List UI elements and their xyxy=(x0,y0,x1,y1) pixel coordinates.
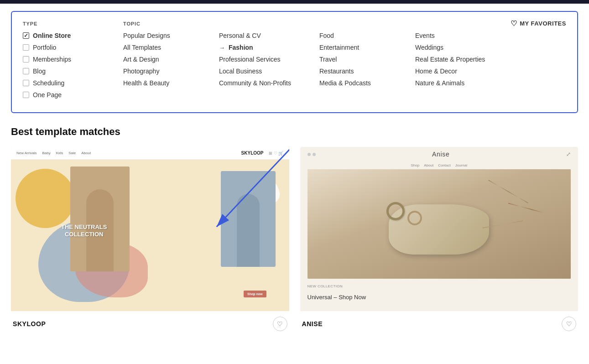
skyloop-cta-button[interactable]: Shop now xyxy=(244,291,266,297)
type-label-portfolio: Portfolio xyxy=(33,44,56,51)
skyloop-navbar: New Arrivals Baby Kids Sale About SKYLOO… xyxy=(11,147,289,160)
topic-label-weddings: Weddings xyxy=(415,44,443,51)
type-item-portfolio[interactable]: Portfolio xyxy=(23,44,116,51)
anise-ring-1 xyxy=(386,202,405,220)
skyloop-nav-sale: Sale xyxy=(68,151,76,155)
topic-local-business[interactable]: Local Business xyxy=(219,68,312,75)
anise-link-shop: Shop xyxy=(411,163,420,167)
checkbox-portfolio[interactable] xyxy=(23,44,29,51)
topic-label-food: Food xyxy=(319,32,334,39)
topic-weddings[interactable]: Weddings xyxy=(415,44,508,51)
skyloop-nav-baby: Baby xyxy=(42,151,50,155)
topic-column-4: TOPIC Events Weddings Real Estate & Prop… xyxy=(415,21,516,103)
topic-label-local-business: Local Business xyxy=(219,68,262,75)
skyloop-name: SKYLOOP xyxy=(13,320,46,328)
shape-yellow-circle xyxy=(16,169,75,228)
topic-media-podcasts[interactable]: Media & Podcasts xyxy=(319,79,408,87)
checkbox-memberships[interactable] xyxy=(23,56,29,62)
topic-label-fashion: Fashion xyxy=(229,44,253,51)
template-card-anise[interactable]: Anise ⤢ Shop About Contact Journal xyxy=(300,147,579,333)
anise-link-journal: Journal xyxy=(455,163,467,167)
topic-entertainment[interactable]: Entertainment xyxy=(319,44,408,51)
anise-mockup: Anise ⤢ Shop About Contact Journal xyxy=(300,147,579,311)
topic-events[interactable]: Events xyxy=(415,32,508,39)
topic-art-design[interactable]: Art & Design xyxy=(123,56,212,63)
topic-restaurants[interactable]: Restaurants xyxy=(319,68,408,75)
topic-label-home-decor: Home & Decor xyxy=(415,68,457,75)
heart-icon: ♡ xyxy=(511,19,517,28)
topic-label-photography: Photography xyxy=(123,68,159,75)
topic-photography[interactable]: Photography xyxy=(123,68,212,75)
type-item-one-page[interactable]: One Page xyxy=(23,91,116,99)
templates-grid: New Arrivals Baby Kids Sale About SKYLOO… xyxy=(11,147,578,333)
skyloop-body: THE NEUTRALSCOLLECTION Shop now xyxy=(11,160,289,311)
topic-community[interactable]: Community & Non-Profits xyxy=(219,79,312,87)
checkbox-one-page[interactable] xyxy=(23,92,29,98)
topic-label-art-design: Art & Design xyxy=(123,56,159,63)
anise-navbar: Anise ⤢ xyxy=(300,147,579,161)
topic-professional-services[interactable]: Professional Services xyxy=(219,56,312,63)
anise-caption: NEW COLLECTION xyxy=(300,279,579,294)
topic-label-personal-cv: Personal & CV xyxy=(219,32,261,39)
filter-grid: TYPE ✓ Online Store Portfolio Membership… xyxy=(23,21,566,103)
checkbox-blog[interactable] xyxy=(23,68,29,74)
skyloop-side-figure xyxy=(221,171,276,267)
topic-label-travel: Travel xyxy=(319,56,337,63)
topic-real-estate[interactable]: Real Estate & Properties xyxy=(415,56,508,63)
topic-personal-cv[interactable]: Personal & CV xyxy=(219,32,312,39)
anise-footer: ANISE ♡ xyxy=(300,311,579,333)
skyloop-hero-figure xyxy=(70,166,130,271)
my-favorites-button[interactable]: ♡ MY FAVORITES xyxy=(511,19,566,28)
topic-label-health-beauty: Health & Beauty xyxy=(123,79,169,87)
type-label-blog: Blog xyxy=(33,68,46,75)
top-bar xyxy=(0,0,589,4)
checkmark-icon: ✓ xyxy=(24,33,28,38)
my-favorites-label: MY FAVORITES xyxy=(520,20,566,27)
topic-header: TOPIC xyxy=(123,21,212,26)
topic-home-decor[interactable]: Home & Decor xyxy=(415,68,508,75)
anise-favorite-button[interactable]: ♡ xyxy=(562,317,576,331)
skyloop-nav-kids: Kids xyxy=(56,151,63,155)
topic-label-all-templates: All Templates xyxy=(123,44,161,51)
anise-hero-image xyxy=(308,169,571,279)
filter-panel: ♡ MY FAVORITES TYPE ✓ Online Store Portf… xyxy=(11,11,578,113)
type-header: TYPE xyxy=(23,21,116,26)
type-item-memberships[interactable]: Memberships xyxy=(23,56,116,63)
topic-nature-animals[interactable]: Nature & Animals xyxy=(415,79,508,87)
skyloop-nav-about: About xyxy=(81,151,91,155)
type-item-blog[interactable]: Blog xyxy=(23,68,116,75)
topic-health-beauty[interactable]: Health & Beauty xyxy=(123,79,212,87)
main-content: ♡ MY FAVORITES TYPE ✓ Online Store Portf… xyxy=(0,4,589,340)
skyloop-favorite-button[interactable]: ♡ xyxy=(273,317,287,331)
topic-food[interactable]: Food xyxy=(319,32,408,39)
topic-label-popular-designs: Popular Designs xyxy=(123,32,170,39)
type-item-online-store[interactable]: ✓ Online Store xyxy=(23,32,116,39)
anise-cta-text: Universal – Shop Now xyxy=(300,294,579,301)
skyloop-nav-icons: ⊞ ♡ 🛒 xyxy=(269,151,283,156)
checkbox-online-store[interactable]: ✓ xyxy=(23,32,29,39)
topic-label-media-podcasts: Media & Podcasts xyxy=(319,79,371,87)
topic-popular-designs[interactable]: Popular Designs xyxy=(123,32,212,39)
topic-column-3: TOPIC Food Entertainment Travel Restaura… xyxy=(319,21,415,103)
topic-fashion[interactable]: → Fashion xyxy=(219,44,312,51)
anise-expand-icon: ⤢ xyxy=(566,151,571,157)
topic-label-entertainment: Entertainment xyxy=(319,44,359,51)
anise-dot-2 xyxy=(313,153,316,156)
anise-name: ANISE xyxy=(302,320,323,328)
topic-column-1: TOPIC Popular Designs All Templates Art … xyxy=(123,21,219,103)
type-column: TYPE ✓ Online Store Portfolio Membership… xyxy=(23,21,123,103)
arrow-right-icon: → xyxy=(219,44,225,51)
topic-all-templates[interactable]: All Templates xyxy=(123,44,212,51)
anise-ring-2 xyxy=(407,211,422,225)
type-item-scheduling[interactable]: Scheduling xyxy=(23,79,116,87)
anise-traffic-lights xyxy=(308,153,316,156)
skyloop-footer: SKYLOOP ♡ xyxy=(11,311,289,333)
skyloop-mockup: New Arrivals Baby Kids Sale About SKYLOO… xyxy=(11,147,289,311)
section-title: Best template matches xyxy=(11,126,578,138)
skyloop-nav-new-arrivals: New Arrivals xyxy=(16,151,36,155)
checkbox-scheduling[interactable] xyxy=(23,80,29,86)
template-card-skyloop[interactable]: New Arrivals Baby Kids Sale About SKYLOO… xyxy=(11,147,289,333)
skyloop-hero-text: THE NEUTRALSCOLLECTION xyxy=(61,224,107,238)
topic-travel[interactable]: Travel xyxy=(319,56,408,63)
anise-preview-container: Anise ⤢ Shop About Contact Journal xyxy=(300,147,579,311)
